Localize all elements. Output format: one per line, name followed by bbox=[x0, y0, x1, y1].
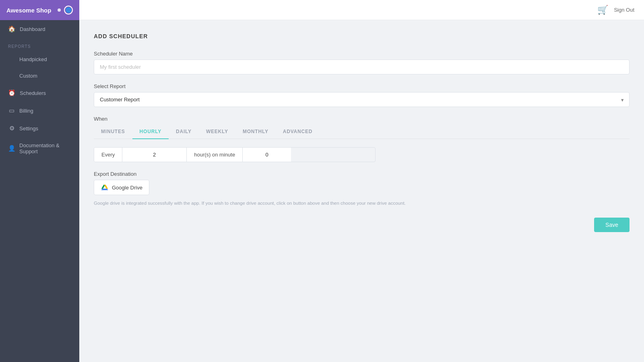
tab-hourly[interactable]: HOURLY bbox=[132, 125, 169, 139]
every-label: Every bbox=[94, 148, 122, 162]
gear-icon: ⚙ bbox=[8, 125, 15, 132]
save-button[interactable]: Save bbox=[594, 218, 630, 232]
sidebar-item-label: Handpicked bbox=[19, 56, 47, 62]
sidebar-item-label: Dashboard bbox=[20, 26, 45, 32]
signout-button[interactable]: Sign Out bbox=[614, 7, 634, 13]
sidebar-item-handpicked[interactable]: Handpicked bbox=[0, 51, 79, 68]
scheduler-name-input[interactable] bbox=[94, 60, 630, 74]
export-destination-section: Export Destination Google Drive Google d… bbox=[94, 171, 630, 206]
save-row: Save bbox=[94, 218, 630, 232]
when-section: When MINUTES HOURLY DAILY WEEKLY MONTHLY… bbox=[94, 116, 630, 162]
tab-advanced[interactable]: ADVANCED bbox=[276, 125, 320, 139]
tab-daily[interactable]: DAILY bbox=[169, 125, 199, 139]
select-report-wrap: Customer Report bbox=[94, 92, 630, 107]
page-title: ADD SCHEDULER bbox=[94, 33, 630, 39]
app-title: Awesome Shop bbox=[6, 7, 54, 14]
gdrive-note: Google drive is integrated successfully … bbox=[94, 201, 630, 206]
sidebar-item-custom[interactable]: Custom bbox=[0, 68, 79, 84]
header-icons: 🌐 bbox=[58, 6, 73, 14]
sidebar: Awesome Shop 🌐 🏠 Dashboard REPORTS Handp… bbox=[0, 0, 79, 362]
dot-icon bbox=[58, 8, 61, 12]
sidebar-header: Awesome Shop 🌐 bbox=[0, 0, 79, 20]
main-area: 🛒 Sign Out ADD SCHEDULER Scheduler Name … bbox=[79, 0, 644, 362]
scheduler-name-section: Scheduler Name bbox=[94, 51, 630, 74]
every-value-input[interactable] bbox=[122, 148, 187, 162]
sidebar-item-label: Settings bbox=[19, 125, 38, 132]
when-label: When bbox=[94, 116, 630, 122]
tab-minutes[interactable]: MINUTES bbox=[94, 125, 132, 139]
select-report-dropdown[interactable]: Customer Report bbox=[94, 92, 630, 107]
schedule-row: Every hour(s) on minute bbox=[94, 147, 376, 162]
gdrive-icon bbox=[101, 183, 109, 191]
reports-section-label: REPORTS bbox=[0, 38, 79, 51]
sidebar-item-documentation[interactable]: 👤 Documentation & Support bbox=[0, 137, 79, 160]
sidebar-item-settings[interactable]: ⚙ Settings bbox=[0, 119, 79, 137]
select-report-label: Select Report bbox=[94, 83, 630, 89]
sidebar-item-label: Billing bbox=[19, 108, 33, 114]
tab-monthly[interactable]: MONTHLY bbox=[235, 125, 276, 139]
when-tabs: MINUTES HOURLY DAILY WEEKLY MONTHLY ADVA… bbox=[94, 125, 630, 139]
hours-label: hour(s) on minute bbox=[187, 148, 243, 162]
billing-icon: ▭ bbox=[8, 107, 15, 114]
sidebar-item-label: Custom bbox=[19, 73, 37, 79]
cart-icon[interactable]: 🛒 bbox=[597, 5, 608, 15]
scheduler-name-label: Scheduler Name bbox=[94, 51, 630, 57]
tab-weekly[interactable]: WEEKLY bbox=[199, 125, 235, 139]
home-icon: 🏠 bbox=[8, 25, 16, 33]
page-content: ADD SCHEDULER Scheduler Name Select Repo… bbox=[79, 20, 644, 362]
sidebar-item-billing[interactable]: ▭ Billing bbox=[0, 102, 79, 119]
sidebar-item-label: Schedulers bbox=[20, 90, 46, 96]
globe-icon[interactable]: 🌐 bbox=[64, 6, 73, 14]
sidebar-item-schedulers[interactable]: ⏰ Schedulers bbox=[0, 84, 79, 102]
gdrive-button-label: Google Drive bbox=[112, 185, 142, 191]
export-destination-label: Export Destination bbox=[94, 171, 630, 177]
minute-value-input[interactable] bbox=[243, 148, 291, 162]
sidebar-item-dashboard[interactable]: 🏠 Dashboard bbox=[0, 20, 79, 38]
support-icon: 👤 bbox=[8, 145, 15, 152]
select-report-section: Select Report Customer Report bbox=[94, 83, 630, 107]
google-drive-button[interactable]: Google Drive bbox=[94, 180, 149, 195]
clock-icon: ⏰ bbox=[8, 89, 16, 97]
topbar: 🛒 Sign Out bbox=[79, 0, 644, 20]
sidebar-item-label: Documentation & Support bbox=[19, 142, 71, 154]
